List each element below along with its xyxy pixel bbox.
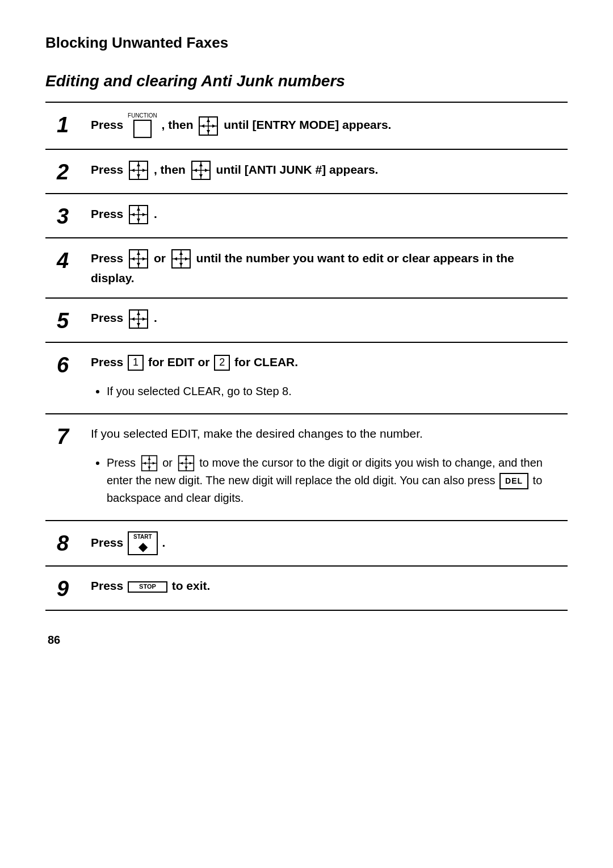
svg-marker-28 bbox=[131, 169, 135, 172]
step-8-content: Press START ◆ . bbox=[91, 531, 556, 555]
steps-container: 1 Press FUNCTION , then until [ENTRY MOD… bbox=[45, 102, 568, 611]
step-5: 5 Press . bbox=[45, 299, 568, 343]
svg-marker-63 bbox=[131, 317, 135, 321]
stop-key: STOP bbox=[128, 581, 167, 593]
step-6-content: Press 1 for EDIT or 2 for CLEAR. bbox=[91, 353, 556, 371]
step-9-content: Press STOP to exit. bbox=[91, 577, 556, 595]
svg-marker-36 bbox=[205, 169, 208, 172]
nav-left-icon-3 bbox=[128, 204, 149, 225]
svg-marker-64 bbox=[142, 317, 146, 321]
nav-left-icon-5 bbox=[128, 309, 149, 329]
nav-icon-4b bbox=[171, 249, 191, 269]
section-title: Editing and clearing Anti Junk numbers bbox=[45, 72, 568, 90]
key-2: 2 bbox=[214, 355, 230, 371]
step-number-5: 5 bbox=[57, 309, 91, 332]
svg-marker-40 bbox=[137, 207, 140, 211]
svg-marker-55 bbox=[179, 263, 183, 266]
svg-marker-22 bbox=[212, 124, 216, 128]
svg-marker-77 bbox=[180, 462, 183, 465]
svg-marker-33 bbox=[199, 163, 203, 166]
step-2: 2 Press , then until [ANTI JUNK #] appea… bbox=[45, 150, 568, 194]
svg-marker-48 bbox=[137, 263, 140, 266]
svg-marker-35 bbox=[194, 169, 197, 172]
svg-marker-47 bbox=[137, 251, 140, 255]
svg-marker-43 bbox=[142, 213, 146, 216]
page-number: 86 bbox=[45, 634, 568, 647]
step-1-content: Press FUNCTION , then until [ENTRY MODE]… bbox=[91, 113, 556, 139]
key-1: 1 bbox=[128, 355, 144, 371]
step-4-content: Press or until the number you want to ed… bbox=[91, 249, 556, 287]
svg-rect-15 bbox=[134, 120, 151, 137]
nav-icon-7b bbox=[178, 455, 195, 472]
step-number-6: 6 bbox=[57, 353, 91, 376]
nav-icon-1 bbox=[198, 116, 219, 136]
step-7-bullet: Press or to move the cursor to the digit… bbox=[91, 454, 556, 510]
step-1: 1 Press FUNCTION , then until [ENTRY MOD… bbox=[45, 103, 568, 150]
svg-marker-20 bbox=[207, 130, 210, 133]
step-2-content: Press , then until [ANTI JUNK #] appears… bbox=[91, 160, 556, 181]
svg-marker-26 bbox=[137, 163, 140, 166]
step-8: 8 Press START ◆ . bbox=[45, 521, 568, 567]
svg-marker-70 bbox=[143, 462, 146, 465]
step-9: 9 Press STOP to exit. bbox=[45, 567, 568, 611]
nav-left-icon-2a bbox=[128, 160, 149, 181]
step-number-1: 1 bbox=[57, 113, 91, 136]
svg-marker-78 bbox=[189, 462, 192, 465]
step-6: 6 Press 1 for EDIT or 2 for CLEAR. If yo… bbox=[45, 343, 568, 414]
step-7-content: If you selected EDIT, make the desired c… bbox=[91, 425, 556, 443]
function-key-icon: FUNCTION bbox=[128, 113, 157, 139]
step-number-4: 4 bbox=[57, 249, 91, 271]
svg-marker-34 bbox=[199, 174, 203, 178]
step-number-8: 8 bbox=[57, 531, 91, 554]
step-number-7: 7 bbox=[57, 425, 91, 447]
step-3-content: Press . bbox=[91, 204, 556, 225]
svg-marker-54 bbox=[179, 251, 183, 255]
step-5-content: Press . bbox=[91, 309, 556, 329]
svg-marker-57 bbox=[185, 257, 188, 261]
step-3: 3 Press . bbox=[45, 194, 568, 238]
step-number-9: 9 bbox=[57, 577, 91, 599]
page-title: Blocking Unwanted Faxes bbox=[45, 34, 568, 52]
svg-marker-68 bbox=[148, 457, 150, 460]
svg-marker-71 bbox=[153, 462, 156, 465]
nav-left-icon-4a bbox=[128, 249, 149, 269]
svg-marker-29 bbox=[142, 169, 146, 172]
step-4: 4 Press or until the number you want to … bbox=[45, 238, 568, 299]
step-number-3: 3 bbox=[57, 204, 91, 227]
svg-marker-75 bbox=[184, 457, 187, 460]
svg-marker-49 bbox=[131, 257, 135, 261]
svg-marker-50 bbox=[142, 257, 146, 261]
step-6-bullet: If you selected CLEAR, go to Step 8. bbox=[91, 383, 556, 403]
del-key: DEL bbox=[499, 473, 528, 489]
svg-marker-69 bbox=[148, 467, 150, 469]
nav-icon-2b bbox=[191, 160, 211, 181]
svg-marker-76 bbox=[184, 467, 187, 469]
svg-marker-42 bbox=[131, 213, 135, 216]
svg-marker-19 bbox=[207, 119, 210, 122]
svg-marker-27 bbox=[137, 174, 140, 178]
svg-marker-21 bbox=[201, 124, 204, 128]
svg-marker-62 bbox=[137, 323, 140, 326]
step-7: 7 If you selected EDIT, make the desired… bbox=[45, 414, 568, 522]
svg-marker-61 bbox=[137, 312, 140, 315]
step-number-2: 2 bbox=[57, 160, 91, 183]
nav-left-icon-7a bbox=[141, 455, 158, 472]
svg-marker-56 bbox=[174, 257, 177, 261]
svg-marker-41 bbox=[137, 219, 140, 222]
start-key: START ◆ bbox=[128, 531, 158, 555]
